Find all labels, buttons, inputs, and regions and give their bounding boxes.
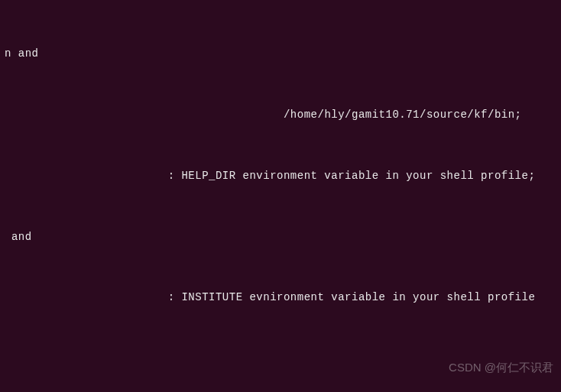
terminal-line: n and [5,44,556,64]
terminal-line: : HELP_DIR environment variable in your … [5,166,556,186]
terminal-output[interactable]: n and /home/hly/gamit10.71/source/kf/bin… [5,3,556,392]
terminal-line: and [5,227,556,248]
terminal-line: : INSTITUTE evnironment variable in your… [5,287,556,308]
terminal-line: /home/hly/gamit10.71/source/kf/bin; [5,105,556,125]
watermark: CSDN @何仁不识君 [449,357,553,379]
